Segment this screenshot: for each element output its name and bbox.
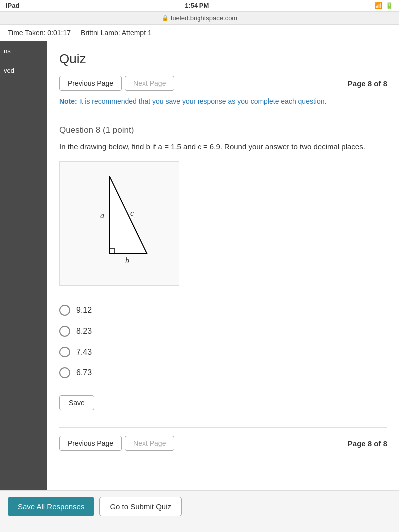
triangle-drawing: a c b [59,161,179,286]
radio-option-3[interactable] [59,347,70,357]
triangle-svg: a c b [74,171,164,276]
save-button[interactable]: Save [59,395,94,410]
bottom-nav-buttons: Previous Page Next Page [59,436,177,451]
go-to-submit-quiz-button[interactable]: Go to Submit Quiz [99,497,182,516]
note-text: Note: It is recommended that you save yo… [59,97,387,107]
status-bar: iPad 1:54 PM 📶 🔋 [0,0,399,12]
svg-marker-0 [109,176,147,253]
divider-bottom [59,427,387,428]
radio-option-2[interactable] [59,326,70,337]
quiz-title: Quiz [59,51,387,67]
next-page-button-top[interactable]: Next Page [125,76,174,91]
option-label-2: 8.23 [76,327,92,336]
page-info-bottom: Page 8 of 8 [348,439,387,448]
option-label-1: 9.12 [76,306,92,315]
note-body: It is recommended that you save your res… [79,97,327,105]
question-points: (1 point) [103,125,134,135]
option-label-4: 6.73 [76,368,92,377]
note-label: Note: [59,97,77,105]
prev-page-button-top[interactable]: Previous Page [59,76,122,91]
question-text: In the drawing below, find b if a = 1.5 … [59,141,387,153]
bottom-nav-row: Previous Page Next Page Page 8 of 8 [59,436,387,451]
url-bar: 🔒 fueled.brightspace.com [0,12,399,25]
status-icons: 📶 🔋 [374,2,393,9]
sidebar: ns ved [0,41,47,490]
sidebar-label-ns: ns [0,41,47,61]
url-text: fueled.brightspace.com [171,14,237,22]
option-label-3: 7.43 [76,348,92,356]
bottom-action-bar: Save All Responses Go to Submit Quiz [0,490,399,522]
lock-icon: 🔒 [162,15,169,21]
radio-option-4[interactable] [59,367,70,378]
answer-options: 9.12 8.23 7.43 6.73 [59,300,387,383]
student-info: Brittni Lamb: Attempt 1 [81,29,152,37]
page-info-top: Page 8 of 8 [348,79,387,88]
status-device: iPad [6,2,19,9]
svg-text:b: b [125,256,129,265]
page-layout: ns ved Quiz Previous Page Next Page Page… [0,41,399,490]
main-content: Quiz Previous Page Next Page Page 8 of 8… [47,41,399,490]
status-time: 1:54 PM [185,2,209,9]
save-all-responses-button[interactable]: Save All Responses [8,497,94,516]
question-header: Question 8 (1 point) [59,125,387,135]
top-nav-buttons: Previous Page Next Page [59,76,177,91]
sidebar-label-ved: ved [0,61,47,80]
svg-text:a: a [100,211,104,220]
battery-icon: 🔋 [385,2,393,9]
info-bar: Time Taken: 0:01:17 Brittni Lamb: Attemp… [0,25,399,41]
radio-option-1[interactable] [59,305,70,316]
option-item-1[interactable]: 9.12 [59,300,387,321]
time-taken: Time Taken: 0:01:17 [8,29,71,37]
question-number: Question 8 [59,125,100,135]
top-nav-row: Previous Page Next Page Page 8 of 8 [59,76,387,91]
prev-page-button-bottom[interactable]: Previous Page [59,436,122,451]
svg-text:c: c [130,209,134,217]
option-item-3[interactable]: 7.43 [59,342,387,362]
divider-top [59,117,387,117]
next-page-button-bottom[interactable]: Next Page [125,436,174,451]
wifi-icon: 📶 [374,2,382,9]
option-item-4[interactable]: 6.73 [59,362,387,383]
option-item-2[interactable]: 8.23 [59,321,387,342]
